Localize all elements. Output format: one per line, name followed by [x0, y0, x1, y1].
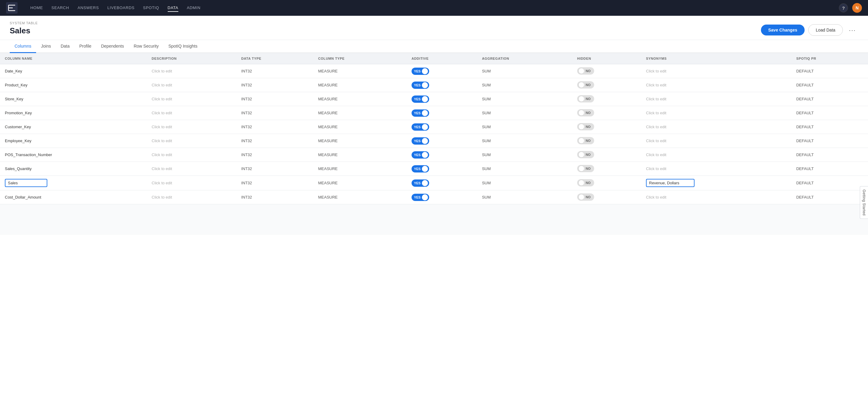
user-avatar[interactable]: N	[852, 3, 862, 13]
cell-aggregation: SUM	[477, 106, 572, 120]
cell-description[interactable]: Click to edit	[147, 148, 236, 162]
tab-data[interactable]: Data	[56, 40, 74, 53]
cell-column-name[interactable]: Date_Key	[0, 64, 147, 78]
cell-aggregation: SUM	[477, 78, 572, 92]
column-name-input[interactable]	[5, 179, 47, 187]
cell-synonyms[interactable]: Click to edit	[641, 134, 791, 148]
cell-synonyms[interactable]: Click to edit	[641, 92, 791, 106]
hidden-toggle[interactable]: NO	[577, 165, 594, 172]
cell-hidden[interactable]: NO	[572, 162, 641, 176]
cell-synonyms[interactable]: Click to edit	[641, 120, 791, 134]
additive-toggle[interactable]: YES	[411, 137, 429, 145]
more-options-button[interactable]: ···	[846, 26, 858, 35]
additive-toggle[interactable]: YES	[411, 95, 429, 103]
cell-synonyms[interactable]: Click to edit	[641, 78, 791, 92]
cell-description[interactable]: Click to edit	[147, 106, 236, 120]
cell-description[interactable]: Click to edit	[147, 92, 236, 106]
nav-spotiq[interactable]: SPOTIQ	[143, 4, 159, 12]
hidden-toggle[interactable]: NO	[577, 193, 594, 201]
hidden-toggle[interactable]: NO	[577, 123, 594, 130]
cell-additive[interactable]: YES	[407, 64, 477, 78]
cell-synonyms[interactable]: Click to edit	[641, 106, 791, 120]
hidden-toggle[interactable]: NO	[577, 67, 594, 74]
tab-profile[interactable]: Profile	[74, 40, 96, 53]
additive-toggle[interactable]: YES	[411, 194, 429, 201]
hidden-toggle[interactable]: NO	[577, 179, 594, 186]
cell-additive[interactable]: YES	[407, 176, 477, 190]
cell-additive[interactable]: YES	[407, 162, 477, 176]
tab-joins[interactable]: Joins	[36, 40, 56, 53]
cell-hidden[interactable]: NO	[572, 176, 641, 190]
additive-toggle[interactable]: YES	[411, 110, 429, 117]
nav-data[interactable]: DATA	[168, 4, 178, 12]
cell-data-type: INT32	[236, 148, 313, 162]
nav-admin[interactable]: ADMIN	[187, 4, 200, 12]
cell-description[interactable]: Click to edit	[147, 190, 236, 204]
cell-column-name[interactable]: Product_Key	[0, 78, 147, 92]
getting-started-tab[interactable]: Getting Started	[860, 186, 868, 219]
cell-column-name[interactable]: POS_Transaction_Number	[0, 148, 147, 162]
page-header: SYSTEM TABLE Sales Save Changes Load Dat…	[0, 16, 868, 40]
cell-additive[interactable]: YES	[407, 190, 477, 204]
cell-additive[interactable]: YES	[407, 78, 477, 92]
cell-synonyms[interactable]: Click to edit	[641, 148, 791, 162]
nav-home[interactable]: HOME	[30, 4, 43, 12]
app-logo[interactable]	[6, 2, 18, 13]
cell-column-name[interactable]: Store_Key	[0, 92, 147, 106]
cell-additive[interactable]: YES	[407, 92, 477, 106]
cell-column-name[interactable]: Promotion_Key	[0, 106, 147, 120]
hidden-toggle[interactable]: NO	[577, 109, 594, 116]
nav-search[interactable]: SEARCH	[52, 4, 69, 12]
cell-column-name[interactable]: Customer_Key	[0, 120, 147, 134]
cell-description[interactable]: Click to edit	[147, 134, 236, 148]
cell-synonyms[interactable]: Click to edit	[641, 162, 791, 176]
cell-hidden[interactable]: NO	[572, 106, 641, 120]
tab-row-security[interactable]: Row Security	[129, 40, 163, 53]
cell-synonyms[interactable]: Click to edit	[641, 190, 791, 204]
cell-hidden[interactable]: NO	[572, 78, 641, 92]
cell-additive[interactable]: YES	[407, 106, 477, 120]
cell-description[interactable]: Click to edit	[147, 78, 236, 92]
cell-column-name[interactable]	[0, 176, 147, 190]
additive-toggle[interactable]: YES	[411, 82, 429, 89]
additive-toggle[interactable]: YES	[411, 165, 429, 173]
nav-answers[interactable]: ANSWERS	[78, 4, 99, 12]
tab-columns[interactable]: Columns	[10, 40, 36, 53]
cell-hidden[interactable]: NO	[572, 120, 641, 134]
cell-hidden[interactable]: NO	[572, 134, 641, 148]
cell-column-type: MEASURE	[313, 190, 407, 204]
synonyms-input[interactable]	[646, 179, 694, 187]
cell-description[interactable]: Click to edit	[147, 162, 236, 176]
cell-hidden[interactable]: NO	[572, 92, 641, 106]
hidden-toggle[interactable]: NO	[577, 151, 594, 158]
cell-synonyms[interactable]	[641, 176, 791, 190]
cell-column-name[interactable]: Sales_Quantity	[0, 162, 147, 176]
hidden-toggle[interactable]: NO	[577, 137, 594, 144]
help-button[interactable]: ?	[839, 3, 848, 12]
cell-column-name[interactable]: Employee_Key	[0, 134, 147, 148]
cell-additive[interactable]: YES	[407, 148, 477, 162]
cell-hidden[interactable]: NO	[572, 148, 641, 162]
cell-additive[interactable]: YES	[407, 134, 477, 148]
hidden-toggle[interactable]: NO	[577, 95, 594, 102]
th-additive: ADDITIVE	[407, 53, 477, 64]
cell-data-type: INT32	[236, 64, 313, 78]
load-data-button[interactable]: Load Data	[808, 24, 843, 36]
cell-hidden[interactable]: NO	[572, 64, 641, 78]
cell-additive[interactable]: YES	[407, 120, 477, 134]
hidden-toggle[interactable]: NO	[577, 81, 594, 89]
cell-hidden[interactable]: NO	[572, 190, 641, 204]
additive-toggle[interactable]: YES	[411, 68, 429, 75]
additive-toggle[interactable]: YES	[411, 180, 429, 187]
cell-description[interactable]: Click to edit	[147, 120, 236, 134]
cell-description[interactable]: Click to edit	[147, 176, 236, 190]
save-changes-button[interactable]: Save Changes	[761, 25, 805, 35]
additive-toggle[interactable]: YES	[411, 123, 429, 131]
tab-dependents[interactable]: Dependents	[96, 40, 129, 53]
cell-description[interactable]: Click to edit	[147, 64, 236, 78]
cell-column-name[interactable]: Cost_Dollar_Amount	[0, 190, 147, 204]
nav-liveboards[interactable]: LIVEBOARDS	[107, 4, 135, 12]
tab-spotiq-insights[interactable]: SpotIQ Insights	[163, 40, 202, 53]
additive-toggle[interactable]: YES	[411, 151, 429, 159]
cell-synonyms[interactable]: Click to edit	[641, 64, 791, 78]
